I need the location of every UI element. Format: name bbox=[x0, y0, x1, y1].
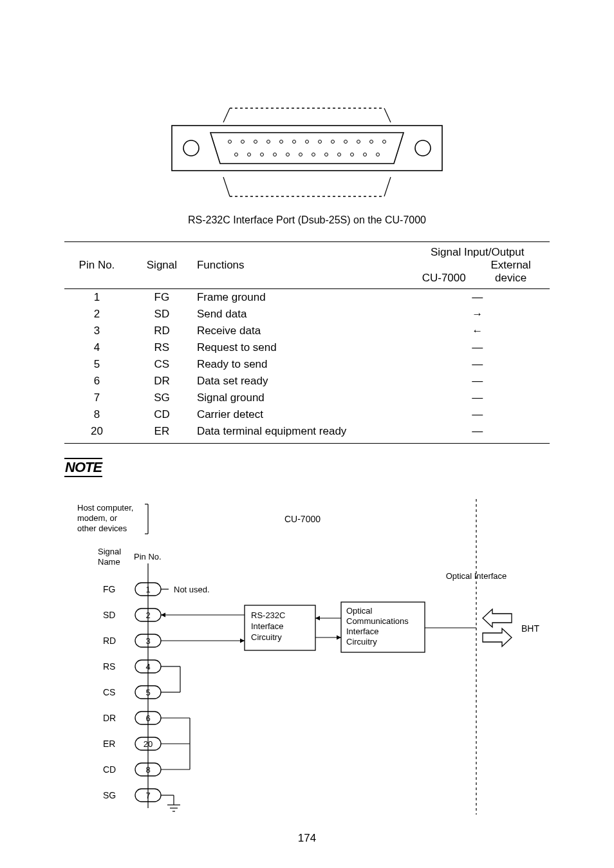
table-row: 5CSReady to send— bbox=[64, 356, 550, 373]
svg-text:Interface: Interface bbox=[346, 627, 379, 636]
svg-point-9 bbox=[254, 140, 257, 144]
svg-text:8: 8 bbox=[145, 765, 150, 775]
th-func: Functions bbox=[194, 242, 405, 289]
bht-arrows-icon bbox=[483, 609, 512, 646]
svg-point-6 bbox=[415, 140, 431, 156]
note-label: NOTE bbox=[64, 458, 102, 477]
svg-point-15 bbox=[331, 140, 335, 144]
svg-point-20 bbox=[235, 153, 238, 156]
svg-text:1: 1 bbox=[145, 585, 150, 594]
page-number: 174 bbox=[0, 832, 614, 845]
svg-point-11 bbox=[280, 140, 283, 144]
svg-text:CD: CD bbox=[103, 764, 116, 775]
svg-point-21 bbox=[248, 153, 251, 156]
svg-line-34 bbox=[384, 177, 391, 196]
svg-point-29 bbox=[351, 153, 354, 156]
connector-drawing bbox=[165, 103, 449, 205]
svg-text:other devices: other devices bbox=[77, 524, 127, 533]
svg-line-33 bbox=[223, 177, 230, 196]
table-row: 20ERData terminal equipment ready— bbox=[64, 423, 550, 444]
diag-not-used: Not used. bbox=[174, 585, 210, 594]
svg-text:Circuitry: Circuitry bbox=[346, 637, 377, 646]
svg-text:RD: RD bbox=[103, 636, 116, 646]
diag-optical-interface-label: Optical Interface bbox=[446, 571, 507, 581]
svg-text:4: 4 bbox=[145, 662, 150, 672]
svg-text:Interface: Interface bbox=[251, 621, 284, 631]
th-signal: Signal bbox=[129, 242, 194, 289]
svg-text:Communications: Communications bbox=[346, 616, 409, 626]
svg-point-30 bbox=[364, 153, 367, 156]
svg-text:7: 7 bbox=[145, 791, 150, 800]
svg-point-5 bbox=[183, 140, 199, 156]
svg-text:ER: ER bbox=[103, 739, 115, 749]
svg-point-16 bbox=[344, 140, 348, 144]
th-io-right: External device bbox=[478, 259, 544, 285]
svg-point-23 bbox=[274, 153, 277, 156]
svg-text:20: 20 bbox=[144, 739, 153, 749]
svg-point-31 bbox=[377, 153, 380, 156]
svg-text:3: 3 bbox=[145, 636, 150, 646]
svg-point-18 bbox=[370, 140, 373, 144]
svg-text:5: 5 bbox=[145, 688, 150, 697]
svg-point-25 bbox=[299, 153, 302, 156]
svg-text:SD: SD bbox=[103, 610, 115, 620]
svg-point-12 bbox=[293, 140, 296, 144]
svg-text:CS: CS bbox=[103, 687, 115, 697]
svg-point-19 bbox=[383, 140, 386, 144]
table-row: 6DRData set ready— bbox=[64, 373, 550, 390]
pin-table: Pin No. Signal Functions Signal Input/Ou… bbox=[64, 241, 550, 444]
th-pin: Pin No. bbox=[64, 242, 129, 289]
svg-point-27 bbox=[325, 153, 328, 156]
diag-bht-label: BHT bbox=[521, 623, 539, 634]
svg-text:FG: FG bbox=[103, 584, 115, 594]
svg-point-17 bbox=[357, 140, 360, 144]
svg-point-13 bbox=[306, 140, 309, 144]
th-io-left: CU-7000 bbox=[411, 272, 478, 285]
svg-point-8 bbox=[241, 140, 245, 144]
table-row: 8CDCarrier detect— bbox=[64, 406, 550, 423]
svg-point-22 bbox=[261, 153, 264, 156]
svg-text:DR: DR bbox=[103, 713, 116, 723]
svg-text:2: 2 bbox=[145, 610, 150, 620]
diag-host-label: Host computer, bbox=[77, 503, 133, 513]
table-row: 7SGSignal ground— bbox=[64, 390, 550, 406]
svg-point-10 bbox=[267, 140, 270, 144]
svg-line-2 bbox=[384, 108, 391, 122]
svg-text:Circuitry: Circuitry bbox=[251, 632, 282, 642]
diag-cu-label: CU-7000 bbox=[284, 514, 321, 524]
svg-point-7 bbox=[228, 140, 232, 144]
figure-caption: RS-232C Interface Port (Dsub-25S) on the… bbox=[64, 214, 550, 226]
table-row: 2SDSend data→ bbox=[64, 306, 550, 323]
svg-text:RS: RS bbox=[103, 661, 115, 672]
th-io-title: Signal Input/Output bbox=[405, 242, 550, 259]
diag-rs232-block: RS-232C bbox=[251, 610, 285, 620]
svg-text:Name: Name bbox=[98, 557, 120, 567]
svg-point-14 bbox=[319, 140, 322, 144]
svg-text:modem, or: modem, or bbox=[77, 513, 118, 523]
table-row: 3RDReceive data← bbox=[64, 323, 550, 339]
diag-signal-name-label: Signal bbox=[98, 547, 121, 556]
svg-line-1 bbox=[223, 108, 230, 122]
table-row: 4RSRequest to send— bbox=[64, 339, 550, 356]
ground-icon bbox=[167, 805, 180, 811]
block-diagram: Host computer, modem, or other devices C… bbox=[64, 493, 550, 827]
svg-point-24 bbox=[286, 153, 290, 156]
diag-optical-block: Optical bbox=[346, 606, 373, 616]
table-row: 1FGFrame ground— bbox=[64, 289, 550, 307]
diag-pin-label: Pin No. bbox=[134, 552, 162, 561]
svg-marker-4 bbox=[210, 133, 404, 164]
svg-point-28 bbox=[338, 153, 341, 156]
svg-text:6: 6 bbox=[145, 713, 150, 723]
svg-point-26 bbox=[312, 153, 315, 156]
svg-text:SG: SG bbox=[103, 790, 116, 800]
